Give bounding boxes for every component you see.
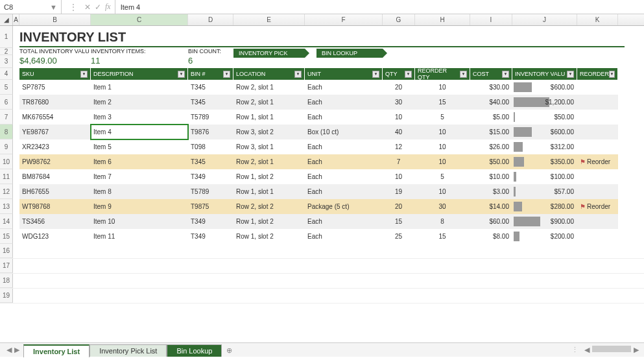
cell-description[interactable]: Item 10 — [91, 214, 188, 229]
col-header-a[interactable]: A — [13, 14, 19, 25]
filter-icon[interactable]: ▼ — [405, 71, 412, 78]
formula-input[interactable]: Item 4 — [115, 3, 644, 11]
cell-unit[interactable]: Package (5 ct) — [305, 199, 383, 214]
cell-reorder-qty[interactable]: 10 — [415, 154, 470, 169]
name-box-dropdown-icon[interactable]: ▼ — [50, 3, 57, 11]
cell-location[interactable]: Row 1, slot 1 — [233, 184, 305, 199]
cell-location[interactable]: Row 1, slot 2 — [233, 169, 305, 184]
row-header-18[interactable]: 18 — [0, 274, 13, 288]
cell-inventory-value[interactable]: $280.00 — [512, 199, 577, 214]
cell-unit[interactable]: Each — [305, 214, 383, 229]
nav-prev-icon[interactable]: ◀ — [6, 346, 12, 354]
col-header-g[interactable]: G — [383, 14, 415, 25]
cell-reorder-qty[interactable]: 5 — [415, 169, 470, 184]
cell-reorder-qty[interactable]: 15 — [415, 229, 470, 244]
cell-reorder-qty[interactable]: 8 — [415, 214, 470, 229]
cell-description[interactable]: Item 7 — [91, 169, 188, 184]
cell-unit[interactable]: Each — [305, 110, 383, 125]
cell-sku[interactable]: YE98767 — [19, 125, 91, 139]
filter-icon[interactable]: ▼ — [80, 71, 88, 78]
cell-unit[interactable]: Each — [305, 80, 383, 95]
cell-bin[interactable]: T345 — [188, 154, 233, 169]
cell-sku[interactable]: PW98762 — [19, 154, 91, 169]
th-sku[interactable]: SKU▼ — [19, 68, 91, 80]
cell-reorder-qty[interactable]: 10 — [415, 125, 470, 139]
cell-reorder-qty[interactable]: 5 — [415, 110, 470, 125]
cell-reorder-qty[interactable]: 10 — [415, 80, 470, 95]
cell-description[interactable]: Item 3 — [91, 110, 188, 125]
th-location[interactable]: LOCATION▼ — [233, 68, 305, 80]
cell-inventory-value[interactable]: $312.00 — [512, 139, 577, 154]
filter-icon[interactable]: ▼ — [502, 71, 509, 78]
cell-bin[interactable]: T9876 — [188, 125, 233, 139]
cell-bin[interactable]: T098 — [188, 139, 233, 154]
th-qty[interactable]: QTY▼ — [383, 68, 415, 80]
cell-cost[interactable]: $8.00 — [470, 229, 512, 244]
cell-location[interactable]: Row 2, slot 1 — [233, 154, 305, 169]
row-header-14[interactable]: 14 — [0, 214, 13, 229]
cell-bin[interactable]: T345 — [188, 95, 233, 110]
th-cost[interactable]: COST▼ — [470, 68, 512, 80]
cell-reorder-qty[interactable]: 30 — [415, 199, 470, 214]
th-bin[interactable]: BIN #▼ — [188, 68, 233, 80]
filter-icon[interactable]: ▼ — [178, 71, 185, 78]
cell-qty[interactable]: 30 — [383, 95, 415, 110]
row-header-15[interactable]: 15 — [0, 229, 13, 244]
fx-icon[interactable]: fx — [105, 2, 111, 12]
th-unit[interactable]: UNIT▼ — [305, 68, 383, 80]
cell-bin[interactable]: T349 — [188, 229, 233, 244]
cell-sku[interactable]: WT98768 — [19, 199, 91, 214]
cell-reorder[interactable] — [577, 184, 618, 199]
cell-inventory-value[interactable]: $900.00 — [512, 214, 577, 229]
cell-description[interactable]: Item 6 — [91, 154, 188, 169]
th-reorder[interactable]: REORDER▼ — [577, 68, 618, 80]
cell-sku[interactable]: TR87680 — [19, 95, 91, 110]
cell-unit[interactable]: Each — [305, 169, 383, 184]
cell-sku[interactable]: TS3456 — [19, 214, 91, 229]
row-header-3[interactable]: 3 — [0, 55, 13, 68]
cell-description[interactable]: Item 11 — [91, 229, 188, 244]
cell-qty[interactable]: 7 — [383, 154, 415, 169]
col-header-i[interactable]: I — [470, 14, 512, 25]
filter-icon[interactable]: ▼ — [372, 71, 379, 78]
cell-reorder[interactable] — [577, 95, 618, 110]
cell-reorder[interactable] — [577, 214, 618, 229]
cell-reorder[interactable] — [577, 80, 618, 95]
col-header-e[interactable]: E — [233, 14, 305, 25]
cell-reorder[interactable] — [577, 169, 618, 184]
cell-sku[interactable]: BH67655 — [19, 184, 91, 199]
cell-qty[interactable]: 10 — [383, 169, 415, 184]
cell-unit[interactable]: Each — [305, 95, 383, 110]
cell-unit[interactable]: Each — [305, 154, 383, 169]
name-box[interactable]: C8 ▼ — [0, 0, 62, 14]
col-header-j[interactable]: J — [512, 14, 577, 25]
cell-description[interactable]: Item 4 — [91, 125, 188, 139]
cell-qty[interactable]: 40 — [383, 125, 415, 139]
cell-unit[interactable]: Each — [305, 184, 383, 199]
cell-location[interactable]: Row 2, slot 2 — [233, 199, 305, 214]
nav-next-icon[interactable]: ▶ — [14, 346, 19, 354]
filter-icon[interactable]: ▼ — [223, 71, 230, 78]
row-header-8[interactable]: 8 — [0, 125, 13, 139]
row-header-7[interactable]: 7 — [0, 110, 13, 125]
cell-bin[interactable]: T5789 — [188, 110, 233, 125]
col-header-d[interactable]: D — [188, 14, 233, 25]
cell-cost[interactable]: $14.00 — [470, 199, 512, 214]
cell-reorder[interactable] — [577, 229, 618, 244]
row-header-4[interactable]: 4 — [0, 68, 13, 80]
hscroll-thumb[interactable] — [592, 346, 631, 352]
cell-inventory-value[interactable]: $600.00 — [512, 80, 577, 95]
sheet-nav[interactable]: ◀▶ — [3, 346, 23, 354]
cell-cost[interactable]: $5.00 — [470, 110, 512, 125]
cell-reorder-qty[interactable]: 10 — [415, 139, 470, 154]
row-header-10[interactable]: 10 — [0, 154, 13, 169]
row-header-9[interactable]: 9 — [0, 139, 13, 154]
cell-reorder[interactable] — [577, 139, 618, 154]
cell-bin[interactable]: T5789 — [188, 184, 233, 199]
tab-inventory-list[interactable]: Inventory List — [23, 344, 89, 357]
col-header-f[interactable]: F — [305, 14, 383, 25]
cell-cost[interactable]: $50.00 — [470, 154, 512, 169]
cell-cost[interactable]: $60.00 — [470, 214, 512, 229]
cell-sku[interactable]: WDG123 — [19, 229, 91, 244]
filter-icon[interactable]: ▼ — [294, 71, 302, 78]
